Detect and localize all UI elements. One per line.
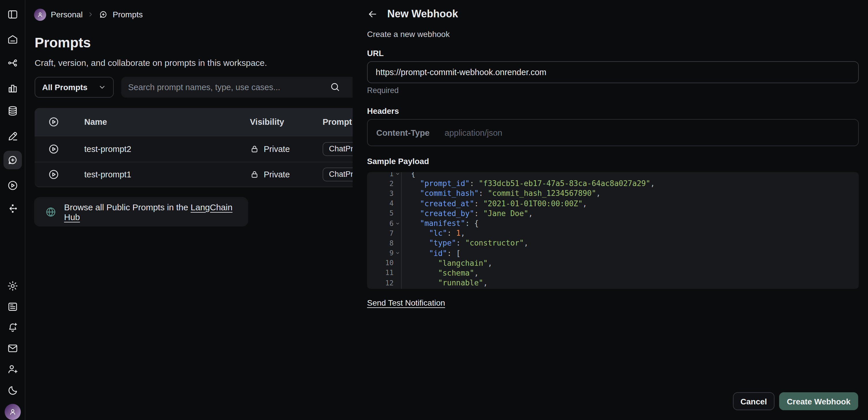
panel-header: New Webhook (367, 7, 458, 20)
headers-row: Content-Type application/json (367, 119, 859, 146)
line-number: 12 (367, 279, 394, 287)
code-line: 13 "RunnableSequence", (367, 288, 859, 289)
sidebar-item-workflow-icon[interactable] (3, 53, 22, 72)
prompt-name[interactable]: test-prompt2 (84, 144, 250, 154)
send-test-notification-link[interactable]: Send Test Notification (367, 298, 445, 307)
payload-code-editor[interactable]: 1{2 "prompt_id": "f33dcb51-eb17-47a5-83c… (367, 172, 859, 289)
table-row[interactable]: test-prompt2PrivateChatPr (35, 136, 381, 162)
column-header-name: Name (84, 117, 250, 127)
sidebar-item-user-plus-icon[interactable] (3, 360, 22, 379)
sidebar-item-home-icon[interactable] (3, 30, 22, 49)
sidebar-item-mail-icon[interactable] (3, 339, 22, 357)
code-line: 3 "commit_hash": "commit_hash_1234567890… (367, 189, 859, 198)
back-arrow-icon[interactable] (367, 7, 380, 20)
line-number: 2 (367, 180, 394, 188)
sample-payload-label: Sample Payload (367, 157, 429, 166)
prompts-table: Name Visibility Prompt test-prompt2Priva… (35, 108, 381, 187)
workspace-avatar[interactable] (34, 8, 46, 21)
url-required-helper: Required (367, 86, 399, 95)
play-prompt-button[interactable] (35, 143, 84, 155)
sidebar-item-panel-toggle-icon[interactable] (3, 5, 22, 24)
line-number: 11 (367, 269, 394, 277)
sidebar-item-split-arrow-icon[interactable] (3, 199, 22, 218)
code-line: 6 "manifest": { (367, 218, 859, 228)
header-value-input[interactable]: application/json (445, 128, 502, 137)
breadcrumb-current[interactable]: Prompts (113, 10, 143, 19)
play-prompt-button[interactable] (35, 169, 84, 180)
line-number: 6 (367, 219, 394, 227)
panel-subtitle: Create a new webhook (367, 29, 450, 39)
fold-chevron-icon[interactable] (394, 172, 401, 176)
sidebar-item-bar-chart-icon[interactable] (3, 79, 22, 97)
fold-chevron-icon[interactable] (394, 251, 401, 255)
sidebar (0, 0, 25, 420)
code-line: 12 "runnable", (367, 278, 859, 288)
column-header-prompt-type: Prompt (322, 117, 352, 127)
page-description: Craft, version, and collaborate on promp… (35, 58, 267, 67)
line-number: 8 (367, 239, 394, 247)
sidebar-item-play-circle-icon[interactable] (3, 176, 22, 195)
chevron-down-icon (98, 83, 106, 91)
sidebar-item-gear-icon[interactable] (3, 277, 22, 295)
globe-icon (45, 206, 57, 218)
sidebar-item-chat-plus-icon[interactable] (3, 150, 22, 169)
panel-title: New Webhook (387, 8, 458, 20)
hub-banner: Browse all Public Prompts in the LangCha… (34, 197, 248, 226)
lock-icon (250, 170, 259, 179)
sidebar-item-pen-icon[interactable] (3, 127, 22, 146)
code-line: 5 "created_by": "Jane Doe", (367, 208, 859, 218)
table-header-row: Name Visibility Prompt (35, 108, 381, 136)
prompts-filter-label: All Prompts (42, 83, 87, 92)
line-number: 9 (367, 249, 394, 257)
line-number: 1 (367, 172, 394, 178)
cancel-button[interactable]: Cancel (733, 392, 775, 410)
search-input[interactable] (121, 77, 359, 97)
visibility-label: Private (264, 144, 290, 154)
code-line: 1{ (367, 172, 859, 178)
line-number: 4 (367, 199, 394, 207)
app-root: Personal Prompts Prompts Craft, version,… (0, 0, 868, 420)
prompt-search (121, 77, 359, 97)
chevron-right-icon (87, 11, 94, 18)
visibility-label: Private (264, 170, 290, 179)
breadcrumb: Personal Prompts (34, 8, 143, 21)
prompt-name[interactable]: test-prompt1 (84, 170, 250, 179)
play-circle-icon (35, 116, 84, 128)
new-webhook-panel: New Webhook Create a new webhook URL Req… (352, 0, 868, 420)
code-line: 11 "schema", (367, 268, 859, 278)
line-number: 5 (367, 209, 394, 218)
line-number: 10 (367, 259, 394, 267)
breadcrumb-workspace[interactable]: Personal (51, 10, 83, 19)
table-row[interactable]: test-prompt1PrivateChatPr (35, 162, 381, 187)
fold-chevron-icon[interactable] (394, 221, 401, 226)
user-avatar[interactable] (5, 404, 21, 420)
url-label: URL (367, 49, 384, 58)
column-header-visibility: Visibility (250, 117, 322, 127)
headers-label: Headers (367, 106, 399, 116)
hub-banner-text: Browse all Public Prompts in the LangCha… (64, 202, 248, 222)
sidebar-item-bell-plus-icon[interactable] (3, 318, 22, 337)
lock-icon (250, 144, 259, 154)
line-number: 7 (367, 229, 394, 237)
create-webhook-button[interactable]: Create Webhook (779, 392, 858, 410)
page-title: Prompts (35, 35, 91, 51)
code-line: 9 "id": [ (367, 248, 859, 258)
code-line: 2 "prompt_id": "f33dcb51-eb17-47a5-83ca-… (367, 178, 859, 188)
sidebar-item-database-icon[interactable] (3, 102, 22, 120)
header-key-input[interactable]: Content-Type (376, 128, 430, 137)
code-line: 10 "langchain", (367, 258, 859, 268)
code-line: 7 "lc": 1, (367, 228, 859, 238)
table-body: test-prompt2PrivateChatPrtest-prompt1Pri… (35, 136, 381, 187)
search-icon (330, 81, 341, 92)
code-line: 8 "type": "constructor", (367, 238, 859, 248)
code-line: 4 "created_at": "2021-01-01T00:00:00Z", (367, 198, 859, 208)
sidebar-item-moon-icon[interactable] (3, 381, 22, 400)
url-input[interactable] (367, 61, 859, 83)
chat-plus-icon (99, 10, 108, 19)
code-lines: 1{2 "prompt_id": "f33dcb51-eb17-47a5-83c… (367, 172, 859, 289)
prompts-filter-dropdown[interactable]: All Prompts (35, 77, 114, 97)
sidebar-item-document-icon[interactable] (3, 297, 22, 316)
line-number: 3 (367, 190, 394, 198)
